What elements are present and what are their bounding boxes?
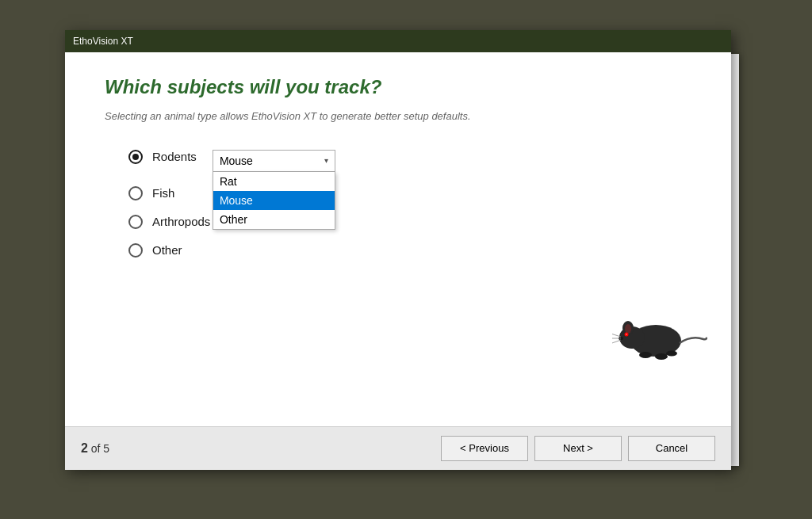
svg-point-11 [655,353,668,360]
svg-point-3 [625,324,631,334]
title-bar: EthoVision XT [65,30,731,52]
radio-circle-fish[interactable] [128,186,143,200]
page-indicator: 2 of 5 [81,441,441,456]
radio-label-fish: Fish [152,186,174,200]
radio-circle-other[interactable] [128,243,143,258]
svg-line-9 [612,340,621,344]
svg-line-7 [612,333,621,337]
svg-point-10 [639,352,652,358]
svg-point-12 [666,350,677,356]
dialog-shadow: EthoVision XT Which subjects will you tr… [65,30,747,490]
page-of-text: of 5 [91,442,109,455]
page-title: Which subjects will you track? [105,76,691,98]
radio-option-rodents[interactable]: Rodents [128,150,197,164]
cancel-button[interactable]: Cancel [628,436,715,461]
footer-buttons: < Previous Next > Cancel [441,436,715,461]
radio-circle-rodents[interactable] [128,150,143,164]
dropdown-item-mouse[interactable]: Mouse [213,191,335,210]
rodents-option-row: Rodents Mouse ▾ Rat Mouse Other [128,150,691,172]
dropdown-list: Rat Mouse Other [213,172,335,230]
radio-circle-arthropods[interactable] [128,215,143,229]
content-area: Which subjects will you track? Selecting… [65,52,731,426]
subtitle-text: Selecting an animal type allows EthoVisi… [105,110,691,122]
rodent-type-dropdown[interactable]: Mouse ▾ Rat Mouse Other [213,150,335,172]
radio-option-other[interactable]: Other [128,243,691,258]
svg-point-5 [626,334,627,335]
title-bar-text: EthoVision XT [73,36,133,47]
dropdown-item-other[interactable]: Other [213,210,335,229]
dropdown-selected-value: Mouse [220,155,253,167]
mouse-illustration [612,307,707,371]
page-current: 2 [81,441,88,455]
options-list: Rodents Mouse ▾ Rat Mouse Other [128,150,691,258]
dropdown-item-rat[interactable]: Rat [213,172,335,191]
next-button[interactable]: Next > [534,436,622,461]
previous-button[interactable]: < Previous [441,436,528,461]
radio-label-rodents: Rodents [152,150,197,163]
main-window: EthoVision XT Which subjects will you tr… [65,30,731,470]
dropdown-button[interactable]: Mouse ▾ [213,150,335,172]
radio-label-arthropods: Arthropods [152,215,210,228]
radio-label-other: Other [152,243,182,257]
dialog-footer: 2 of 5 < Previous Next > Cancel [65,426,731,470]
chevron-down-icon: ▾ [324,156,328,165]
